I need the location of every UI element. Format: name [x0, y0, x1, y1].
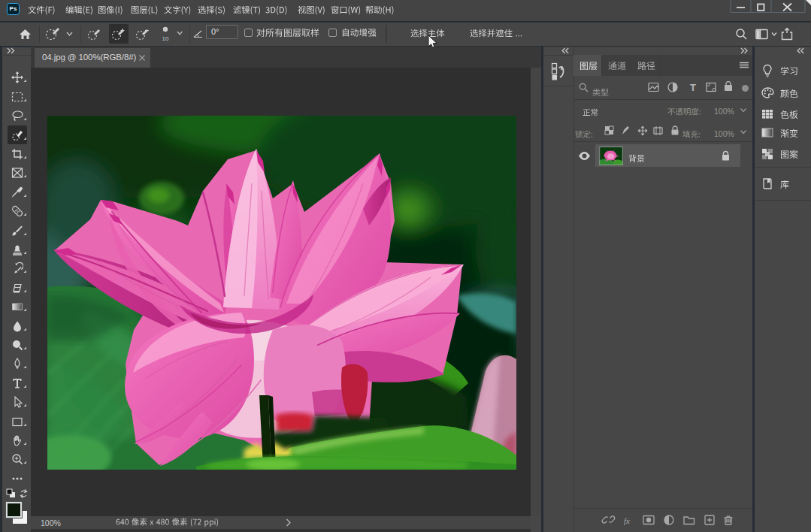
svg-text:T: T — [690, 82, 696, 93]
svg-text:10: 10 — [162, 35, 169, 42]
svg-text:fx: fx — [624, 516, 630, 525]
